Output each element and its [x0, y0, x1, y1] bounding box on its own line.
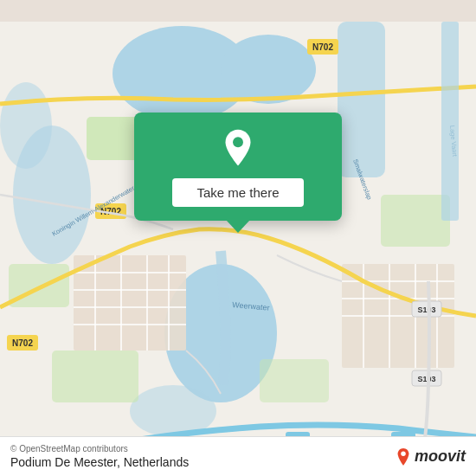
svg-rect-13: [260, 359, 329, 402]
location-info: © OpenStreetMap contributors Podium De M…: [10, 444, 189, 469]
svg-point-6: [0, 82, 52, 169]
map-container: N702 N702 N702 A6 A6 S103 S103 Weerwater…: [0, 0, 476, 476]
svg-text:S103: S103: [417, 306, 435, 314]
svg-rect-4: [338, 22, 385, 177]
take-me-there-button[interactable]: Take me there: [172, 178, 303, 207]
svg-point-50: [233, 137, 243, 147]
map-pin-icon: [218, 128, 258, 168]
bottom-bar: © OpenStreetMap contributors Podium De M…: [0, 436, 476, 476]
svg-rect-10: [381, 195, 450, 247]
osm-credit: © OpenStreetMap contributors: [10, 444, 189, 453]
location-card: Take me there: [134, 113, 342, 221]
moovit-logo: moovit: [396, 447, 466, 466]
moovit-pin-icon: [396, 447, 411, 466]
svg-point-51: [401, 451, 406, 456]
svg-rect-12: [52, 351, 138, 402]
map-background: N702 N702 N702 A6 A6 S103 S103 Weerwater…: [0, 0, 476, 476]
svg-text:N702: N702: [12, 338, 33, 348]
location-name: Podium De Meester, Netherlands: [10, 455, 189, 469]
moovit-brand-text: moovit: [415, 447, 466, 466]
svg-point-3: [221, 35, 316, 104]
svg-text:S103: S103: [417, 375, 435, 383]
svg-rect-49: [441, 22, 459, 221]
svg-text:N702: N702: [312, 42, 333, 52]
